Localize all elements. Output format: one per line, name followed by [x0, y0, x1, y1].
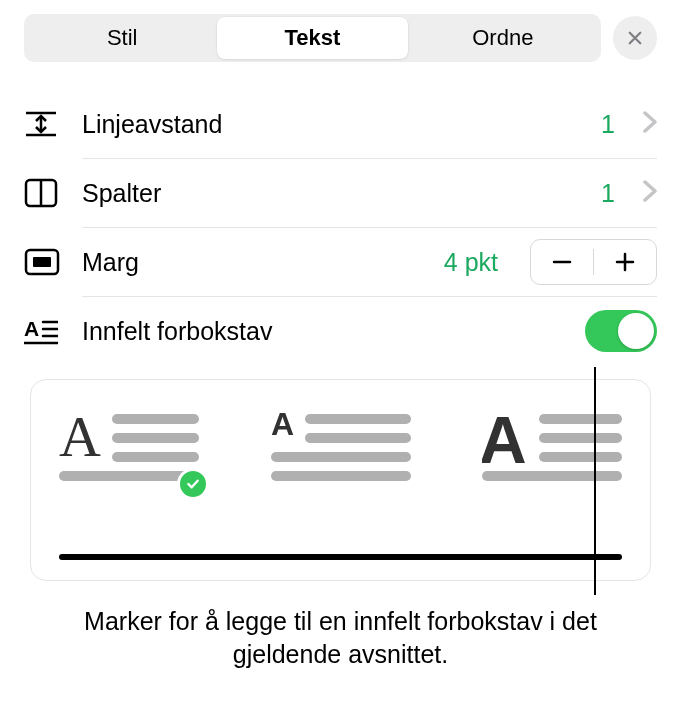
svg-text:A: A	[482, 408, 527, 477]
caption-container: Marker for å legge til en innfelt forbok…	[0, 605, 681, 673]
row-value: 1	[601, 110, 615, 139]
svg-rect-27	[539, 433, 622, 443]
row-line-spacing[interactable]: Linjeavstand 1	[24, 90, 657, 158]
tab-stil[interactable]: Stil	[27, 17, 217, 59]
row-value: 1	[601, 179, 615, 208]
drop-cap-option-2[interactable]: A	[271, 408, 411, 490]
drop-cap-option-3[interactable]: A	[482, 408, 622, 490]
svg-rect-22	[305, 433, 411, 443]
drop-cap-style-1-icon: A	[59, 408, 199, 486]
drag-handle[interactable]	[59, 554, 622, 560]
plus-icon	[614, 251, 636, 273]
drop-cap-icon: A	[24, 317, 64, 345]
svg-text:A: A	[59, 408, 101, 469]
row-columns[interactable]: Spalter 1	[24, 159, 657, 227]
row-margin: Marg 4 pkt	[24, 228, 657, 296]
svg-text:A: A	[24, 317, 39, 340]
row-label: Spalter	[82, 179, 583, 208]
svg-rect-17	[112, 433, 199, 443]
tab-label: Ordne	[472, 25, 533, 51]
svg-text:A: A	[271, 408, 294, 442]
drop-cap-option-1[interactable]: A	[59, 408, 199, 490]
columns-icon	[24, 178, 64, 208]
close-icon	[626, 29, 644, 47]
row-label: Marg	[82, 248, 426, 277]
svg-rect-21	[305, 414, 411, 424]
svg-rect-16	[112, 414, 199, 424]
row-value: 4 pkt	[444, 248, 498, 277]
caption-text: Marker for å legge til en innfelt forbok…	[80, 605, 601, 673]
tab-tekst[interactable]: Tekst	[217, 17, 407, 59]
svg-rect-6	[33, 257, 51, 267]
chevron-right-icon	[643, 111, 657, 137]
close-button[interactable]	[613, 16, 657, 60]
drop-cap-options: A A A	[30, 379, 651, 581]
row-drop-cap: A Innfelt forbokstav	[24, 297, 657, 365]
segmented-tabs: Stil Tekst Ordne	[24, 14, 601, 62]
margin-icon	[24, 248, 64, 276]
row-label: Innfelt forbokstav	[82, 317, 567, 346]
line-spacing-icon	[24, 109, 64, 139]
drop-cap-style-3-icon: A	[482, 408, 622, 486]
minus-icon	[551, 251, 573, 273]
margin-increase-button[interactable]	[594, 240, 656, 284]
svg-rect-26	[539, 414, 622, 424]
drop-cap-style-2-icon: A	[271, 408, 411, 486]
selected-check-icon	[177, 468, 209, 500]
tab-label: Stil	[107, 25, 138, 51]
svg-rect-29	[482, 471, 622, 481]
tab-ordne[interactable]: Ordne	[408, 17, 598, 59]
margin-decrease-button[interactable]	[531, 240, 593, 284]
svg-rect-18	[112, 452, 199, 462]
svg-rect-28	[539, 452, 622, 462]
drop-cap-toggle[interactable]	[585, 310, 657, 352]
tabs-row: Stil Tekst Ordne	[24, 14, 657, 62]
chevron-right-icon	[643, 180, 657, 206]
text-format-panel: Stil Tekst Ordne Linjeavstan	[0, 0, 681, 581]
tab-label: Tekst	[285, 25, 341, 51]
svg-rect-24	[271, 471, 411, 481]
callout-line	[594, 367, 596, 595]
svg-rect-23	[271, 452, 411, 462]
toggle-knob	[618, 313, 654, 349]
row-label: Linjeavstand	[82, 110, 583, 139]
margin-stepper	[530, 239, 657, 285]
